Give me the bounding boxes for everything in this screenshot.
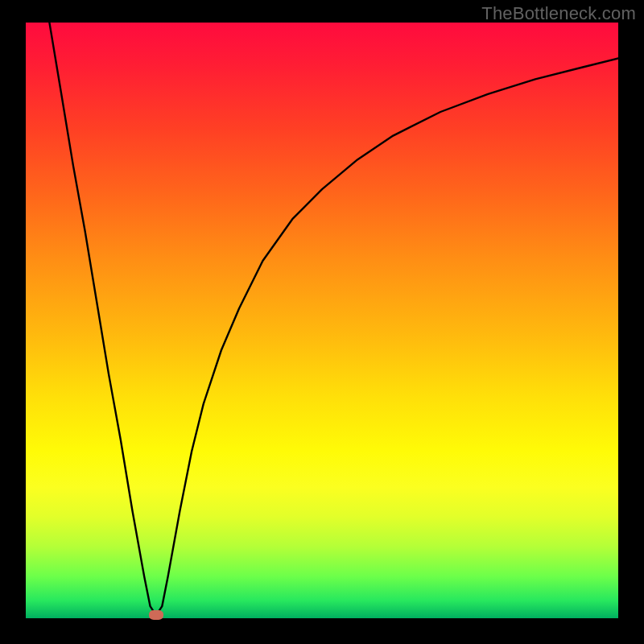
plot-area	[26, 23, 618, 618]
curve-svg	[26, 23, 618, 618]
minimum-marker	[149, 610, 163, 620]
bottleneck-curve	[49, 23, 618, 615]
watermark-text: TheBottleneck.com	[481, 3, 636, 24]
chart-frame: TheBottleneck.com	[0, 0, 644, 644]
